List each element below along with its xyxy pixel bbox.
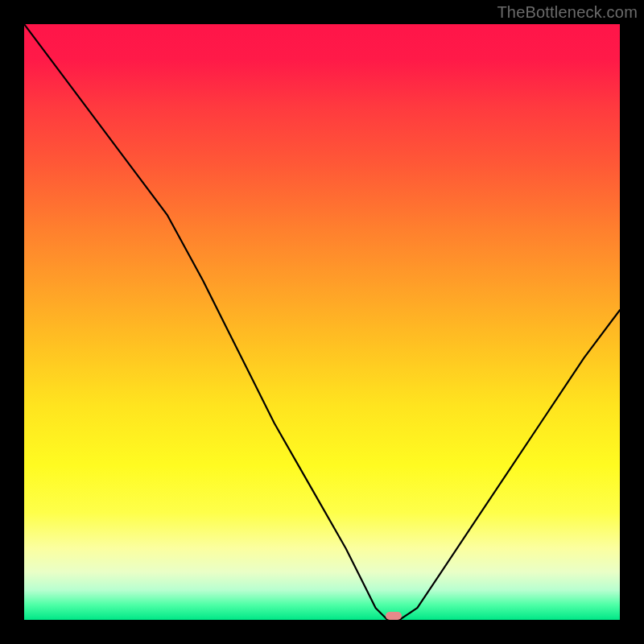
bottleneck-curve <box>24 24 620 620</box>
watermark-text: TheBottleneck.com <box>497 3 638 22</box>
optimum-marker <box>386 612 402 620</box>
plot-area <box>24 24 620 620</box>
curve-svg <box>24 24 620 620</box>
chart-frame: TheBottleneck.com <box>0 0 644 644</box>
